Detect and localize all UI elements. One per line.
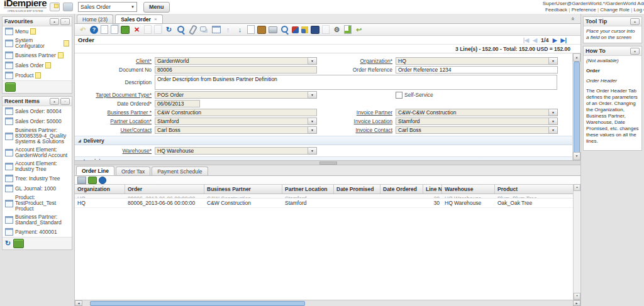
tab-payment-schedule[interactable]: Payment Schedule xyxy=(152,167,208,175)
collapse-panel-icon[interactable]: ▴ xyxy=(50,18,59,25)
recent-item[interactable]: Payment: 400001 xyxy=(3,227,72,237)
ignore-icon[interactable]: ↶ xyxy=(78,25,87,35)
tab-order-line[interactable]: Order Line xyxy=(76,166,114,175)
trash-icon[interactable] xyxy=(5,82,16,92)
self-service-checkbox[interactable] xyxy=(396,92,402,99)
scroll-up-icon[interactable]: ▲ xyxy=(573,53,580,62)
window-search-select[interactable]: Sales Order ▼ xyxy=(78,2,137,12)
favourite-item[interactable]: Menu xyxy=(3,26,72,36)
requery-icon[interactable]: ↻ xyxy=(164,25,174,35)
help-icon[interactable]: ? xyxy=(90,26,98,34)
organization-label[interactable]: Organization* xyxy=(360,58,392,64)
top-link[interactable]: Log Out xyxy=(630,7,644,13)
favourite-item[interactable]: System Configurator xyxy=(3,36,72,50)
print-preview-icon[interactable] xyxy=(280,25,289,35)
scroll-down-icon[interactable]: ▼ xyxy=(573,152,580,160)
recent-item[interactable]: Sales Order: 80004 xyxy=(3,106,72,116)
workflow-icon[interactable] xyxy=(301,26,308,33)
target-document-type-label[interactable]: Target Document Type* xyxy=(96,92,152,98)
new-window-icon[interactable] xyxy=(50,3,60,11)
scroll-down-icon[interactable]: ▼ xyxy=(574,293,580,300)
attachment-icon[interactable] xyxy=(188,25,197,35)
edit-grid-icon[interactable] xyxy=(77,177,86,184)
folder-icon[interactable] xyxy=(63,3,73,11)
save-create-icon[interactable] xyxy=(144,25,152,34)
report-icon[interactable] xyxy=(257,26,266,34)
record-info-icon[interactable] xyxy=(247,25,255,34)
scroll-left-icon[interactable]: ◀ xyxy=(75,300,82,306)
recent-item[interactable]: Business Partner: 830085359-4_Quality Sy… xyxy=(3,126,72,146)
detail-record-icon[interactable]: ↓ xyxy=(235,25,245,35)
customize-icon[interactable]: ⚙ xyxy=(332,25,341,35)
collapse-panel-icon[interactable]: ▴ xyxy=(50,98,59,105)
end-icon[interactable]: ↩ xyxy=(354,25,364,35)
save-icon[interactable] xyxy=(121,26,130,34)
table-vertical-scrollbar[interactable]: ▲ ▼ xyxy=(573,184,580,300)
process-row-icon[interactable] xyxy=(99,177,106,184)
collapse-panel-icon[interactable]: ▴ xyxy=(630,18,640,25)
favourite-item[interactable]: Product xyxy=(3,70,72,80)
partner-location-label[interactable]: Partner Location* xyxy=(110,118,152,124)
client-label[interactable]: Client* xyxy=(136,58,152,64)
expand-panel-icon[interactable]: ▫ xyxy=(60,98,70,105)
document-no-field[interactable]: 80006 xyxy=(155,66,317,74)
scrollbar-thumb[interactable] xyxy=(574,62,580,160)
recent-item[interactable]: Account Element: Industry Tree xyxy=(3,160,72,173)
order-reference-field[interactable]: Order Reference 1234 xyxy=(396,66,558,74)
print-icon[interactable] xyxy=(269,26,277,33)
chevron-down-icon[interactable]: ▼ xyxy=(308,57,317,65)
column-header[interactable]: Warehouse xyxy=(442,185,495,194)
scroll-right-icon[interactable]: ▶ xyxy=(573,300,580,306)
close-tab-icon[interactable]: × xyxy=(154,16,157,22)
refresh-icon[interactable]: ↻ xyxy=(5,240,11,247)
warehouse-label[interactable]: Warehouse* xyxy=(123,148,152,154)
archive-icon[interactable] xyxy=(311,26,319,34)
export-icon[interactable] xyxy=(322,25,330,34)
column-header[interactable]: Partner Location xyxy=(282,185,334,194)
user-contact-label[interactable]: User/Contact xyxy=(120,127,152,133)
new-record-icon[interactable] xyxy=(101,25,108,34)
recent-item[interactable]: Sales Order: 50000 xyxy=(3,116,72,126)
expand-panel-icon[interactable]: ▫ xyxy=(60,18,70,25)
collapse-panel-icon[interactable]: ▴ xyxy=(630,48,640,55)
chevron-down-icon[interactable]: ▼ xyxy=(308,117,317,125)
chat-icon[interactable] xyxy=(200,25,209,35)
column-header[interactable]: Product xyxy=(495,185,580,194)
chevron-down-icon[interactable]: ▼ xyxy=(308,126,317,134)
section-delivery[interactable]: ◢Delivery xyxy=(75,136,573,145)
date-ordered-field[interactable]: 06/06/2013 xyxy=(155,100,200,107)
top-link[interactable]: Change Role xyxy=(596,7,630,13)
copy-record-icon[interactable] xyxy=(111,25,118,34)
menu-button[interactable]: Menu xyxy=(143,2,170,13)
trash-icon[interactable] xyxy=(13,239,24,248)
pane-splitter[interactable] xyxy=(75,160,580,165)
column-header[interactable]: Order xyxy=(125,185,204,194)
tab-home[interactable]: Home (23) xyxy=(77,14,113,23)
invoice-location-label[interactable]: Invoice Location xyxy=(354,118,392,124)
column-header[interactable]: Business Partner xyxy=(204,185,282,194)
chevron-down-icon[interactable]: ▼ xyxy=(129,5,136,9)
delete-row-icon[interactable] xyxy=(88,177,97,184)
invoice-partner-label[interactable]: Invoice Partner xyxy=(357,109,392,116)
top-link[interactable]: Feedback xyxy=(545,7,567,13)
recent-item[interactable]: Business Partner: Standard_Standard xyxy=(3,213,72,227)
last-record-icon[interactable]: ▶| xyxy=(561,37,567,43)
favourite-item[interactable]: Sales Order xyxy=(3,60,72,70)
copy-lines-icon[interactable] xyxy=(154,25,162,34)
organization-field[interactable]: HQ▼ xyxy=(396,57,558,65)
table-row[interactable]: HQ80006_2013-06-06 00:00:00C&W Construct… xyxy=(75,199,580,208)
scrollbar-thumb[interactable] xyxy=(90,301,305,306)
first-record-icon[interactable]: |◀ xyxy=(523,37,529,43)
collapse-header-icon[interactable]: « xyxy=(569,15,577,22)
table-row-partial[interactable]: HQ80006_2013-06-06 00:00:00C&W Construct… xyxy=(75,194,580,199)
delete-icon[interactable]: ✕ xyxy=(132,25,142,35)
splitter-grip[interactable] xyxy=(319,161,337,165)
chevron-down-icon[interactable]: ▼ xyxy=(549,57,558,65)
top-link[interactable]: Preference xyxy=(567,7,596,13)
chevron-down-icon[interactable]: ▼ xyxy=(549,126,558,134)
chevron-down-icon[interactable]: ▼ xyxy=(549,109,558,116)
next-record-icon[interactable]: ▶ xyxy=(553,37,557,43)
column-header[interactable]: Organization xyxy=(75,185,125,194)
chevron-down-icon[interactable]: ▼ xyxy=(308,147,317,155)
recent-item[interactable]: GL Journal: 1000 xyxy=(3,183,72,194)
